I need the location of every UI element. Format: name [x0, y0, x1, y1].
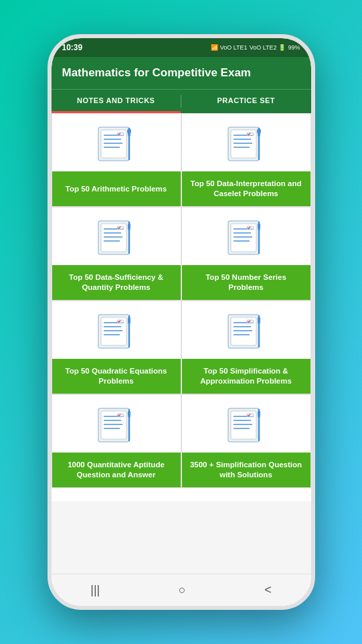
label-text-6: Top 50 Simplification & Approximation Pr…	[189, 366, 304, 386]
icon-area-3	[52, 208, 181, 265]
phone-frame: 10:39 📶 VoO LTE1 VoO LTE2 🔋 99% Mathemat…	[48, 34, 315, 610]
svg-rect-40	[258, 224, 260, 229]
grid-cell-item-6[interactable]: Top 50 Simplification & Approximation Pr…	[181, 301, 311, 394]
phone-inner: 10:39 📶 VoO LTE1 VoO LTE2 🔋 99% Mathemat…	[52, 38, 311, 606]
label-text-5: Top 50 Quadratic Equations Problems	[59, 366, 174, 386]
label-area-4: Top 50 Number Series Problems	[182, 265, 310, 300]
grid-cell-item-7[interactable]: 1000 Quantitative Aptitude Question and …	[52, 394, 181, 488]
label-area-7: 1000 Quantitative Aptitude Question and …	[52, 453, 181, 487]
notebook-icon-8	[223, 406, 270, 445]
svg-rect-60	[258, 317, 260, 323]
label-text-4: Top 50 Number Series Problems	[189, 272, 304, 293]
menu-nav-icon[interactable]: |||	[90, 583, 100, 597]
battery-percent: 99%	[288, 44, 300, 51]
tab-bar: NOTES AND TRICKS PRACTICE SET	[52, 89, 311, 113]
label-area-5: Top 50 Quadratic Equations Problems	[52, 359, 181, 394]
notebook-icon-4	[223, 218, 270, 257]
svg-rect-50	[128, 317, 130, 323]
svg-rect-20	[258, 130, 260, 135]
icon-area-5	[52, 301, 181, 359]
grid-cell-item-8[interactable]: 3500 + Simplification Question with Solu…	[181, 394, 311, 488]
grid-cell-item-1[interactable]: Top 50 Arithmetic Problems	[52, 113, 181, 207]
svg-rect-70	[128, 411, 130, 416]
label-area-1: Top 50 Arithmetic Problems	[52, 171, 181, 206]
label-text-2: Top 50 Data-Interpretation and Caselet P…	[189, 179, 304, 199]
notebook-icon-3	[93, 218, 140, 257]
notebook-icon-2	[223, 125, 270, 163]
tab-notes[interactable]: NOTES AND TRICKS	[52, 90, 181, 113]
icon-area-7	[52, 395, 181, 453]
icon-area-2	[182, 114, 310, 171]
home-nav-icon[interactable]: ○	[179, 583, 186, 597]
notebook-icon-6	[223, 312, 270, 351]
status-time: 10:39	[62, 43, 83, 52]
bottom-padding	[52, 488, 311, 501]
tab-practice[interactable]: PRACTICE SET	[181, 90, 311, 113]
app-header: Mathematics for Competitive Exam	[52, 57, 311, 89]
grid-cell-item-4[interactable]: Top 50 Number Series Problems	[181, 207, 311, 301]
icon-area-4	[182, 208, 310, 265]
label-area-3: Top 50 Data-Sufficiency & Quantity Probl…	[52, 265, 181, 300]
icon-area-8	[182, 395, 310, 453]
label-text-1: Top 50 Arithmetic Problems	[66, 184, 167, 194]
label-text-8: 3500 + Simplification Question with Solu…	[189, 460, 304, 480]
svg-rect-80	[258, 411, 260, 416]
nav-bar: ||| ○ <	[52, 574, 311, 606]
notebook-icon-1	[93, 125, 140, 163]
notebook-icon-7	[93, 406, 140, 445]
grid-cell-item-2[interactable]: Top 50 Data-Interpretation and Caselet P…	[181, 113, 311, 207]
notebook-icon-5	[93, 312, 140, 351]
label-text-7: 1000 Quantitative Aptitude Question and …	[59, 460, 174, 480]
label-area-2: Top 50 Data-Interpretation and Caselet P…	[182, 171, 310, 206]
label-area-6: Top 50 Simplification & Approximation Pr…	[182, 359, 310, 394]
signal-text: VoO LTE1	[220, 44, 248, 51]
grid-cell-item-3[interactable]: Top 50 Data-Sufficiency & Quantity Probl…	[52, 207, 181, 301]
app-title: Mathematics for Competitive Exam	[62, 66, 300, 80]
status-icons: 📶 VoO LTE1 VoO LTE2 🔋 99%	[211, 44, 300, 51]
icon-area-6	[182, 301, 310, 359]
grid-container: Top 50 Arithmetic Problems	[52, 113, 311, 488]
label-area-8: 3500 + Simplification Question with Solu…	[182, 453, 310, 487]
content-area: Top 50 Arithmetic Problems	[52, 113, 311, 574]
svg-rect-9	[128, 130, 130, 135]
wifi-icon: 📶	[211, 44, 218, 51]
battery-icon: 🔋	[278, 44, 286, 51]
status-bar: 10:39 📶 VoO LTE1 VoO LTE2 🔋 99%	[52, 38, 311, 57]
back-nav-icon[interactable]: <	[264, 583, 272, 597]
icon-area-1	[52, 114, 181, 171]
label-text-3: Top 50 Data-Sufficiency & Quantity Probl…	[59, 272, 174, 293]
grid-cell-item-5[interactable]: Top 50 Quadratic Equations Problems	[52, 301, 181, 394]
signal-text2: VoO LTE2	[250, 44, 277, 51]
svg-rect-30	[128, 224, 130, 229]
